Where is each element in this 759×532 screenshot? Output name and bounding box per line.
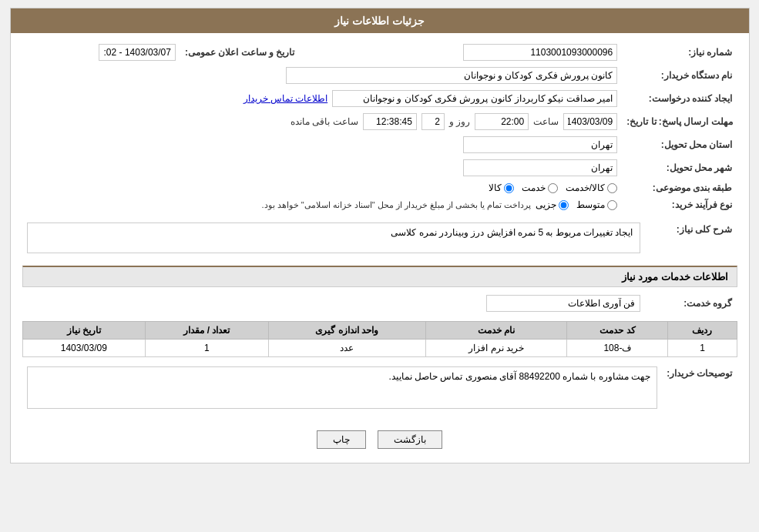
category-radio-group: کالا/خدمت خدمت کالا	[27, 182, 618, 193]
need-description-box: ایجاد تغییرات مربوط به 5 نمره افزایش درز…	[27, 223, 640, 253]
service-group-input[interactable]	[486, 295, 640, 312]
purchase-type-label-medium: متوسط	[576, 199, 605, 210]
deadline-date-input[interactable]	[563, 113, 617, 130]
service-group-table: گروه خدمت:	[22, 292, 737, 315]
col-unit: واحد اندازه گیری	[268, 322, 425, 340]
category-radio-goods-service[interactable]	[607, 183, 617, 193]
need-description-label: شرح کلی نیاز:	[645, 219, 737, 259]
main-container: جزئیات اطلاعات نیاز شماره نیاز: تاریخ و …	[10, 8, 750, 463]
purchase-type-label: نوع فرآیند خرید:	[622, 196, 737, 213]
deadline-time-input[interactable]	[475, 113, 529, 130]
purchase-type-label-small: جزیی	[536, 199, 556, 210]
button-row: بازگشت چاپ	[22, 421, 737, 455]
table-row: 1 ف-108 خرید نرم افزار عدد 1 1403/03/09	[22, 340, 737, 357]
purchase-type-radio-small[interactable]	[559, 200, 569, 210]
service-group-label: گروه خدمت:	[645, 292, 737, 315]
deadline-label: مهلت ارسال پاسخ: تا تاریخ:	[622, 110, 737, 133]
creator-label: ایجاد کننده درخواست:	[622, 87, 737, 110]
buyer-notes-box: جهت مشاوره با شماره 88492200 آقای منصوری…	[27, 366, 658, 409]
content-area: شماره نیاز: تاریخ و ساعت اعلان عمومی: نا…	[11, 33, 749, 463]
buyer-notes-table: توصیحات خریدار: جهت مشاوره با شماره 8849…	[22, 363, 737, 415]
city-input[interactable]	[463, 159, 617, 176]
cell-service-code: ف-108	[567, 340, 668, 357]
announcement-value-input[interactable]	[99, 44, 176, 61]
category-label-service: خدمت	[522, 182, 546, 193]
cell-unit: عدد	[268, 340, 425, 357]
cell-quantity: 1	[146, 340, 268, 357]
page-header: جزئیات اطلاعات نیاز	[11, 8, 749, 33]
buyer-notes-label: توصیحات خریدار:	[662, 363, 737, 415]
deadline-days-input[interactable]	[421, 113, 445, 130]
contact-link[interactable]: اطلاعات تماس خریدار	[243, 93, 328, 104]
cell-row: 1	[668, 340, 737, 357]
col-service-name: نام خدمت	[425, 322, 567, 340]
deadline-days-label: روز و	[449, 116, 470, 127]
purchase-type-radio-medium[interactable]	[607, 200, 617, 210]
city-label: شهر محل تحویل:	[622, 156, 737, 179]
col-date: تاریخ نیاز	[22, 322, 146, 340]
need-description-table: شرح کلی نیاز: ایجاد تغییرات مربوط به 5 ن…	[22, 219, 737, 259]
need-description-text: ایجاد تغییرات مربوط به 5 نمره افزایش درز…	[391, 227, 633, 238]
cell-date: 1403/03/09	[22, 340, 146, 357]
cell-service-name: خرید نرم افزار	[425, 340, 567, 357]
services-section-header: اطلاعات خدمات مورد نیاز	[22, 266, 737, 287]
need-number-label: شماره نیاز:	[622, 41, 737, 64]
col-quantity: تعداد / مقدار	[146, 322, 268, 340]
announcement-label: تاریخ و ساعت اعلان عمومی:	[180, 41, 299, 64]
services-table: ردیف کد حدمت نام خدمت واحد اندازه گیری ت…	[22, 321, 737, 357]
buyer-org-label: نام دستگاه خریدار:	[622, 64, 737, 87]
category-radio-service[interactable]	[548, 183, 558, 193]
buyer-notes-text: جهت مشاوره با شماره 88492200 آقای منصوری…	[388, 371, 650, 382]
purchase-type-small: جزیی	[536, 199, 569, 210]
category-label-goods-service: کالا/خدمت	[566, 182, 605, 193]
back-button[interactable]: بازگشت	[378, 430, 442, 449]
category-label-goods: کالا	[489, 182, 502, 193]
creator-input[interactable]	[332, 90, 617, 107]
print-button[interactable]: چاپ	[317, 430, 366, 449]
category-radio-goods[interactable]	[504, 183, 514, 193]
remaining-time-input[interactable]	[363, 113, 417, 130]
category-label: طبقه بندی موضوعی:	[622, 179, 737, 196]
category-radio-item-goods-service: کالا/خدمت	[566, 182, 617, 193]
purchase-type-medium: متوسط	[576, 199, 617, 210]
category-radio-item-goods: کالا	[489, 182, 514, 193]
deadline-time-label: ساعت	[533, 116, 559, 127]
category-radio-item-service: خدمت	[522, 182, 558, 193]
col-row: ردیف	[668, 322, 737, 340]
purchase-type-radio-group: متوسط جزیی	[536, 199, 617, 210]
province-input[interactable]	[463, 136, 617, 153]
need-description-section: شرح کلی نیاز: ایجاد تغییرات مربوط به 5 ن…	[22, 219, 737, 259]
province-label: استان محل تحویل:	[622, 133, 737, 156]
need-number-input[interactable]	[463, 44, 617, 61]
remaining-time-label: ساعت باقی مانده	[291, 116, 358, 127]
col-service-code: کد حدمت	[567, 322, 668, 340]
info-table: شماره نیاز: تاریخ و ساعت اعلان عمومی: نا…	[22, 41, 737, 213]
purchase-type-note: پرداخت تمام یا بخشی از مبلغ خریدار از مح…	[262, 200, 532, 210]
buyer-org-input[interactable]	[286, 67, 617, 84]
page-title: جزئیات اطلاعات نیاز	[334, 15, 425, 27]
